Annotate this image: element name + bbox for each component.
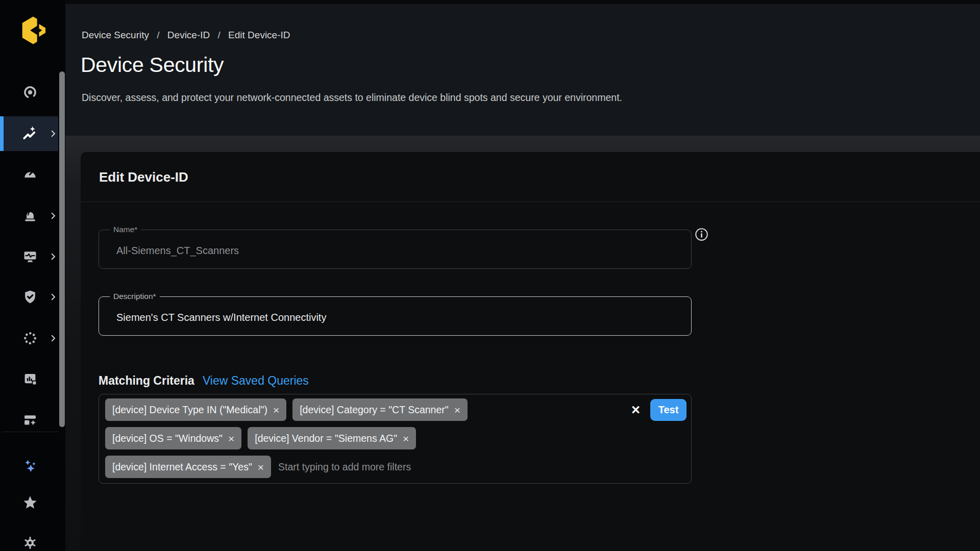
chip-remove-icon[interactable]: × <box>403 433 409 444</box>
description-field: Description* <box>99 292 692 336</box>
dotted-ring-icon <box>22 330 38 346</box>
view-saved-queries-link[interactable]: View Saved Queries <box>203 374 309 388</box>
trend-sparkle-icon <box>22 126 38 142</box>
filter-chip-internet-access[interactable]: [device] Internet Access = "Yes" × <box>105 456 271 478</box>
filter-chip-row: [device] Internet Access = "Yes" × <box>105 456 685 478</box>
edit-device-id-card: Edit Device-ID Name* Description* Matchi… <box>81 152 980 551</box>
info-circle-icon <box>695 228 708 241</box>
chevron-right-icon <box>48 211 58 220</box>
sidebar-item-settings[interactable] <box>0 525 58 551</box>
chip-remove-icon[interactable]: × <box>273 405 279 415</box>
chevron-right-icon <box>48 252 58 261</box>
ai-sparkles-icon <box>22 458 38 474</box>
filter-chip-device-type[interactable]: [device] Device Type IN ("Medical") × <box>105 398 286 421</box>
description-input[interactable] <box>115 311 667 324</box>
filter-chip-vendor[interactable]: [device] Vendor = "Siemens AG" × <box>248 427 416 449</box>
chip-remove-icon[interactable]: × <box>454 405 460 415</box>
breadcrumb-item-device-security[interactable]: Device Security <box>82 30 149 40</box>
sidebar-divider <box>3 432 59 432</box>
filter-chip-row: [device] OS = "Windows" × [device] Vendo… <box>105 427 685 449</box>
gauge-icon <box>22 165 38 182</box>
sidebar-item-radar[interactable] <box>0 75 58 110</box>
filter-chip-label: [device] Device Type IN ("Medical") <box>112 404 267 416</box>
info-icon[interactable] <box>695 228 708 241</box>
sidebar-item-trends[interactable] <box>0 116 58 151</box>
chevron-right-icon <box>48 334 58 343</box>
clear-filters-button[interactable]: × <box>630 403 641 417</box>
sidebar-item-ai-assistant[interactable] <box>0 449 58 484</box>
sidebar-item-monitoring[interactable] <box>0 239 58 274</box>
app-logo[interactable] <box>17 13 47 48</box>
filter-controls: × Test <box>630 398 687 421</box>
page-title: Device Security <box>81 53 224 77</box>
chevron-right-icon <box>48 129 58 138</box>
filter-chip-label: [device] Internet Access = "Yes" <box>112 461 252 473</box>
chevron-right-icon <box>48 292 58 302</box>
breadcrumb-item-device-id[interactable]: Device-ID <box>167 30 210 40</box>
page-subtitle: Discover, assess, and protect your netwo… <box>82 92 622 104</box>
shield-check-icon <box>22 289 38 305</box>
card-title-divider <box>81 202 980 202</box>
matching-criteria-filterbox: [device] Device Type IN ("Medical") × [d… <box>99 394 692 484</box>
gear-icon <box>22 535 38 551</box>
star-icon <box>22 494 38 511</box>
filter-chip-rows: [device] Device Type IN ("Medical") × [d… <box>105 398 685 478</box>
filter-chip-row: [device] Device Type IN ("Medical") × [d… <box>105 398 685 421</box>
card-title: Edit Device-ID <box>99 169 188 185</box>
page-header: Device Security / Device-ID / Edit Devic… <box>65 4 980 136</box>
name-field-label: Name* <box>110 225 141 234</box>
split-hexagon-logo-icon <box>17 13 47 47</box>
description-field-label: Description* <box>110 292 160 301</box>
app-window: Device Security / Device-ID / Edit Devic… <box>0 0 980 551</box>
breadcrumb-separator: / <box>157 30 159 40</box>
breadcrumb: Device Security / Device-ID / Edit Devic… <box>82 30 290 41</box>
panel-sparkle-icon <box>22 412 38 428</box>
name-input[interactable] <box>115 244 667 257</box>
test-button[interactable]: Test <box>650 399 687 421</box>
breadcrumb-item-edit-device-id[interactable]: Edit Device-ID <box>228 30 290 40</box>
filter-chip-category[interactable]: [device] Category = "CT Scanner" × <box>292 398 468 421</box>
sidebar-item-protection[interactable] <box>0 280 58 314</box>
filter-chip-label: [device] OS = "Windows" <box>112 433 223 444</box>
report-chart-icon <box>22 371 38 388</box>
sidebar-item-favorites[interactable] <box>0 485 58 520</box>
filter-chip-os[interactable]: [device] OS = "Windows" × <box>105 427 241 449</box>
sidebar <box>0 0 65 551</box>
chip-remove-icon[interactable]: × <box>228 433 234 444</box>
filter-chip-label: [device] Category = "CT Scanner" <box>300 404 449 416</box>
matching-criteria-heading: Matching Criteria <box>99 374 194 388</box>
chip-remove-icon[interactable]: × <box>258 462 264 472</box>
add-filter-input[interactable] <box>277 456 685 478</box>
content-area: Edit Device-ID Name* Description* Matchi… <box>65 136 980 551</box>
matching-criteria-header: Matching Criteria View Saved Queries <box>99 374 309 388</box>
breadcrumb-separator: / <box>218 30 220 40</box>
siren-icon <box>22 208 38 224</box>
sidebar-item-discovery[interactable] <box>0 321 58 356</box>
sidebar-item-reports[interactable] <box>0 362 58 397</box>
radar-target-icon <box>22 84 38 101</box>
monitor-pulse-icon <box>22 248 38 265</box>
sidebar-item-gauge[interactable] <box>0 156 58 191</box>
filter-chip-label: [device] Vendor = "Siemens AG" <box>255 433 397 444</box>
name-field: Name* <box>99 225 692 269</box>
sidebar-item-alerts[interactable] <box>0 198 58 233</box>
sidebar-scrollbar[interactable] <box>59 71 65 427</box>
